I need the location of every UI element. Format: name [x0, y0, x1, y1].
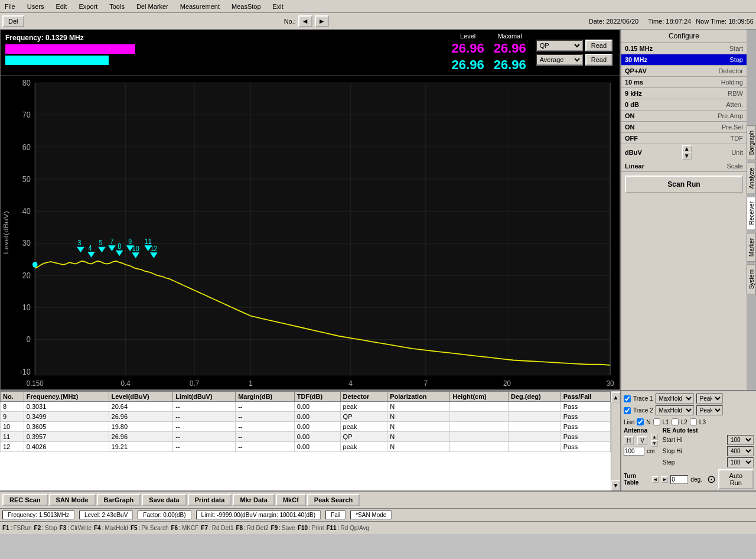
fkey-item-f7[interactable]: F7:Rd Det1 [201, 525, 233, 531]
trace2-type-select[interactable]: PeakAverageQP [696, 405, 723, 415]
cell-detector: QP [340, 432, 387, 442]
table-scroll-buttons: ▲ ▼ [611, 391, 620, 490]
rec-scan-button[interactable]: REC Scan [2, 494, 48, 506]
menu-measurement[interactable]: Measurement [178, 2, 222, 11]
fkey-item-f11[interactable]: F11:Rd Qp/Avg [326, 525, 369, 531]
peak-search-button[interactable]: Peak Search [307, 494, 360, 506]
tt-left-arrow[interactable]: ◄ [652, 476, 659, 483]
unit-down-arrow[interactable]: ▼ [682, 152, 692, 160]
save-data-button[interactable]: Save data [142, 494, 186, 506]
svg-text:0.7: 0.7 [190, 379, 199, 388]
trace2-mode-select[interactable]: MaxHoldMinHoldClear [656, 405, 694, 415]
table-row[interactable]: 12 0.4026 19.21 -- -- 0.00 peak N Pass [1, 442, 611, 452]
fkey-item-f1[interactable]: F1:FSRun [2, 525, 32, 531]
unit-up-arrow[interactable]: ▲ [682, 145, 692, 152]
unit-arrows[interactable]: ▲ ▼ [682, 145, 692, 160]
bargraph-button[interactable]: BarGraph [97, 494, 141, 506]
fkey-item-f2[interactable]: F2:Stop [34, 525, 57, 531]
menu-users[interactable]: Users [25, 2, 47, 11]
cm-input[interactable] [624, 447, 644, 456]
trace1-checkbox[interactable] [624, 395, 631, 402]
trace1-mode-select[interactable]: MaxHoldMinHoldClear [656, 394, 694, 404]
step-select[interactable]: 10050 [727, 457, 754, 467]
menu-exit[interactable]: Exit [271, 2, 286, 11]
h-button[interactable]: H [624, 436, 634, 445]
deg-input[interactable] [670, 475, 688, 484]
side-tab-marker[interactable]: Marker [747, 233, 756, 262]
config-row-preamp[interactable]: ON Pre.Amp [621, 110, 747, 122]
side-tab-receiver[interactable]: Receiver [747, 196, 756, 230]
lisn-l3-checkbox[interactable] [690, 418, 697, 425]
side-tab-analyze[interactable]: Analyze [747, 162, 756, 194]
menu-tools[interactable]: Tools [107, 2, 127, 11]
svg-text:-10: -10 [19, 367, 31, 376]
hv-down-arrow[interactable]: ▼ [651, 440, 658, 447]
table-row[interactable]: 10 0.3605 19.80 -- -- 0.00 peak N Pass [1, 422, 611, 432]
level-val-pink: 26.96 [452, 41, 484, 56]
trace1-type-select[interactable]: PeakAverageQP [696, 394, 723, 404]
mkr-data-button[interactable]: Mkr Data [233, 494, 274, 506]
lisn-l2-checkbox[interactable] [672, 418, 679, 425]
lisn-l1-checkbox[interactable] [653, 418, 660, 425]
trace2-checkbox[interactable] [624, 407, 631, 414]
mkcf-button[interactable]: MkCf [276, 494, 306, 506]
auto-run-button[interactable]: Auto Run [718, 469, 754, 489]
nav-prev[interactable]: ◄ [298, 15, 312, 27]
status-level: Level: 2.43dBuV [79, 511, 133, 519]
config-row-presel[interactable]: ON Pre.Sel [621, 122, 747, 133]
menu-export[interactable]: Export [76, 2, 100, 11]
table-row[interactable]: 9 0.3499 26.96 -- -- 0.00 QP N Pass [1, 412, 611, 422]
detector-select-1[interactable]: QP Average Peak [536, 40, 583, 51]
svg-text:5: 5 [99, 239, 102, 247]
table-row[interactable]: 11 0.3957 26.96 -- -- 0.00 QP N Pass [1, 432, 611, 442]
cell-limit: -- [173, 422, 236, 432]
del-button[interactable]: Del [2, 15, 24, 27]
san-mode-button[interactable]: SAN Mode [49, 494, 96, 506]
svg-text:20: 20 [503, 379, 511, 388]
menu-del-marker[interactable]: Del Marker [134, 2, 171, 11]
trace1-label: Trace 1 [633, 395, 653, 402]
nav-next[interactable]: ► [315, 15, 329, 27]
start-hi-select[interactable]: 100200 [727, 435, 754, 445]
table-scroll[interactable]: No. Frequency.(MHz) Level(dBuV) Limit(dB… [0, 391, 611, 490]
scan-run-button[interactable]: Scan Run [625, 176, 743, 193]
cell-passfail: Pass [561, 422, 610, 432]
side-tab-bargraph[interactable]: Bargraph [747, 125, 756, 160]
svg-text:0.150: 0.150 [27, 379, 44, 388]
fkey-item-f8[interactable]: F8:Rd Det2 [236, 525, 268, 531]
config-row-holding[interactable]: 10 ms Holding [621, 77, 747, 88]
menu-measstop[interactable]: MeasStop [229, 2, 263, 11]
hv-up-arrow[interactable]: ▲ [651, 434, 658, 440]
config-row-stop[interactable]: 30 MHz Stop [621, 54, 747, 66]
fkey-item-f10[interactable]: F10:Print [298, 525, 324, 531]
menu-file[interactable]: File [2, 2, 18, 11]
stop-hi-select[interactable]: 400200 [727, 446, 754, 456]
config-row-atten[interactable]: 0 dB Atten. [621, 99, 747, 110]
config-row-rbw[interactable]: 9 kHz RBW [621, 88, 747, 99]
lisn-n-checkbox[interactable] [637, 418, 644, 425]
detector-select-2[interactable]: Average QP Peak [536, 54, 583, 66]
fkey-item-f5[interactable]: F5:Pk Search [131, 525, 169, 531]
read-btn-2[interactable]: Read [585, 54, 612, 66]
scroll-down-button[interactable]: ▼ [611, 480, 621, 490]
print-data-button[interactable]: Print data [188, 494, 232, 506]
fkey-item-f9[interactable]: F9:Save [271, 525, 295, 531]
v-button[interactable]: V [637, 436, 647, 445]
config-row-tdf[interactable]: OFF TDF [621, 133, 747, 144]
fkey-item-f4[interactable]: F4:MaxHold [94, 525, 128, 531]
tt-right-arrow[interactable]: ► [661, 476, 668, 483]
config-row-detector[interactable]: QP+AV Detector [621, 66, 747, 77]
menu-edit[interactable]: Edit [53, 2, 69, 11]
maximal-val-pink: 26.96 [494, 41, 526, 56]
fkey-item-f6[interactable]: F6:MKCF [171, 525, 199, 531]
date-time: Date: 2022/06/20 Time: 18:07:24 [589, 18, 691, 25]
read-btn-1[interactable]: Read [585, 40, 612, 51]
fkey-item-f3[interactable]: F3:ClrWrite [60, 525, 92, 531]
table-row[interactable]: 8 0.3031 20.64 -- -- 0.00 peak N Pass [1, 402, 611, 412]
config-row-scale[interactable]: Linear Scale [621, 161, 747, 172]
scroll-up-button[interactable]: ▲ [611, 392, 621, 402]
cell-margin: -- [236, 412, 295, 422]
config-val-stop: 30 MHz [625, 56, 647, 63]
config-row-start[interactable]: 0.15 MHz Start [621, 43, 747, 54]
side-tab-system[interactable]: System [747, 264, 756, 294]
